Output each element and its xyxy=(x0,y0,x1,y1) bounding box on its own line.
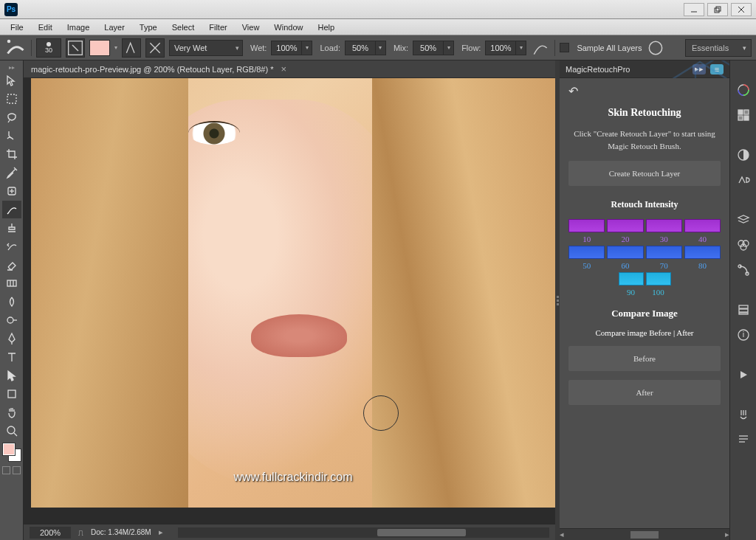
path-select-tool[interactable] xyxy=(2,367,21,384)
eyedropper-tool[interactable] xyxy=(2,164,21,181)
mix-dropdown[interactable]: ▾ xyxy=(444,41,454,55)
after-button[interactable]: After xyxy=(568,380,721,405)
swatches-panel-icon[interactable] xyxy=(734,106,753,124)
toolbox-collapse[interactable]: ▸▸ xyxy=(0,63,23,71)
brush-panel-toggle-icon[interactable] xyxy=(66,38,85,58)
panel-back-icon[interactable]: ↶ xyxy=(568,84,721,98)
color-panel-icon[interactable] xyxy=(734,81,753,99)
lasso-tool[interactable] xyxy=(2,108,21,126)
marquee-tool[interactable] xyxy=(2,90,21,108)
wet-dropdown[interactable]: ▾ xyxy=(302,41,312,55)
intensity-100[interactable] xyxy=(646,272,671,285)
menu-type[interactable]: Type xyxy=(132,21,165,34)
color-swatch[interactable] xyxy=(89,40,110,56)
close-button[interactable] xyxy=(731,3,752,16)
intensity-70[interactable] xyxy=(646,246,682,259)
document-close-icon[interactable]: × xyxy=(281,63,286,75)
shape-tool[interactable] xyxy=(2,385,21,403)
brush-presets-panel-icon[interactable] xyxy=(734,406,753,423)
restore-button[interactable] xyxy=(707,3,728,16)
load-field[interactable]: 50% xyxy=(345,41,376,55)
airbrush-icon[interactable] xyxy=(531,38,550,58)
styles-panel-icon[interactable] xyxy=(734,171,753,189)
flow-dropdown[interactable]: ▾ xyxy=(516,41,526,55)
layers-panel-icon[interactable] xyxy=(734,211,753,229)
wet-field[interactable]: 100% xyxy=(271,41,302,55)
panel-nav-icon[interactable]: ▸▸ xyxy=(693,64,706,75)
foreground-swatch[interactable] xyxy=(3,443,15,455)
intensity-80[interactable] xyxy=(684,246,721,259)
quick-select-tool[interactable] xyxy=(2,127,21,145)
menu-image[interactable]: Image xyxy=(60,21,97,34)
document-tab[interactable]: magic-retouch-pro-Preview.jpg @ 200% (Re… xyxy=(24,60,555,78)
brush-preset-picker[interactable]: 30 xyxy=(36,38,61,58)
properties-panel-icon[interactable]: i xyxy=(734,326,753,344)
paragraph-panel-icon[interactable] xyxy=(734,431,753,449)
horizontal-scrollbar[interactable] xyxy=(178,527,549,538)
panel-horizontal-scrollbar[interactable]: ◂▸ xyxy=(560,528,729,540)
canvas[interactable]: www.fullcrackindir.com xyxy=(31,78,555,508)
intensity-90[interactable] xyxy=(619,272,644,285)
standard-mode-icon[interactable] xyxy=(2,466,10,474)
menu-filter[interactable]: Filter xyxy=(202,21,234,34)
compare-heading: Compare Image xyxy=(568,308,721,319)
history-brush-tool[interactable] xyxy=(2,238,21,255)
menu-select[interactable]: Select xyxy=(165,21,202,34)
adjustments-panel-icon[interactable] xyxy=(734,146,753,164)
eraser-tool[interactable] xyxy=(2,256,21,274)
type-tool[interactable] xyxy=(2,348,21,366)
watermark-text: www.fullcrackindir.com xyxy=(234,471,353,484)
pen-tool[interactable] xyxy=(2,330,21,347)
intensity-60[interactable] xyxy=(607,246,643,259)
status-arrow-icon[interactable]: ▸ xyxy=(159,527,163,537)
zoom-tool[interactable] xyxy=(2,422,21,440)
color-swatches[interactable] xyxy=(3,443,21,461)
intensity-20[interactable] xyxy=(607,219,643,232)
dodge-tool[interactable] xyxy=(2,311,21,329)
quickmask-mode-icon[interactable] xyxy=(13,466,21,474)
status-menu-icon[interactable]: ⎍ xyxy=(78,528,83,537)
menu-edit[interactable]: Edit xyxy=(31,21,60,34)
menu-view[interactable]: View xyxy=(235,21,267,34)
flow-field[interactable]: 100% xyxy=(485,41,516,55)
minimize-button[interactable] xyxy=(684,3,704,16)
brush-size-value: 30 xyxy=(45,46,52,54)
clean-brush-icon[interactable] xyxy=(145,38,165,58)
paths-panel-icon[interactable] xyxy=(734,261,753,279)
load-dropdown[interactable]: ▾ xyxy=(376,41,386,55)
channels-panel-icon[interactable] xyxy=(734,236,753,254)
stamp-tool[interactable] xyxy=(2,219,21,237)
intensity-30[interactable] xyxy=(646,219,682,232)
intensity-10[interactable] xyxy=(568,219,605,232)
intensity-40[interactable] xyxy=(684,219,721,232)
crop-tool[interactable] xyxy=(2,145,21,163)
workspace-select[interactable]: Essentials xyxy=(685,39,752,57)
gradient-tool[interactable] xyxy=(2,274,21,292)
blur-tool[interactable] xyxy=(2,293,21,311)
create-retouch-layer-button[interactable]: Create Retouch Layer xyxy=(568,161,721,186)
mix-label: Mix: xyxy=(394,44,408,52)
wetness-preset-select[interactable]: Very Wet xyxy=(169,40,243,56)
tablet-pressure-icon[interactable] xyxy=(646,38,665,58)
hand-tool[interactable] xyxy=(2,404,21,421)
zoom-field[interactable]: 200% xyxy=(30,527,71,539)
before-button[interactable]: Before xyxy=(568,346,721,371)
menu-window[interactable]: Window xyxy=(267,21,310,34)
mix-field[interactable]: 50% xyxy=(413,41,444,55)
svg-rect-10 xyxy=(7,94,16,103)
brush-tool[interactable] xyxy=(2,201,21,218)
actions-panel-icon[interactable] xyxy=(734,366,753,384)
healing-tool[interactable] xyxy=(2,182,21,200)
menu-help[interactable]: Help xyxy=(310,21,342,34)
current-tool-icon[interactable] xyxy=(4,40,27,56)
move-tool[interactable] xyxy=(2,72,21,89)
sample-all-checkbox[interactable] xyxy=(560,43,569,52)
svg-text:i: i xyxy=(742,330,743,339)
panel-menu-icon[interactable]: ≡ xyxy=(710,64,724,75)
menu-file[interactable]: File xyxy=(3,21,31,34)
load-brush-icon[interactable] xyxy=(122,38,141,58)
panel-tab[interactable]: MagicRetouchPro ▸▸ ≡ xyxy=(560,60,729,78)
history-panel-icon[interactable] xyxy=(734,301,753,319)
intensity-50[interactable] xyxy=(568,246,605,259)
menu-layer[interactable]: Layer xyxy=(97,21,132,34)
